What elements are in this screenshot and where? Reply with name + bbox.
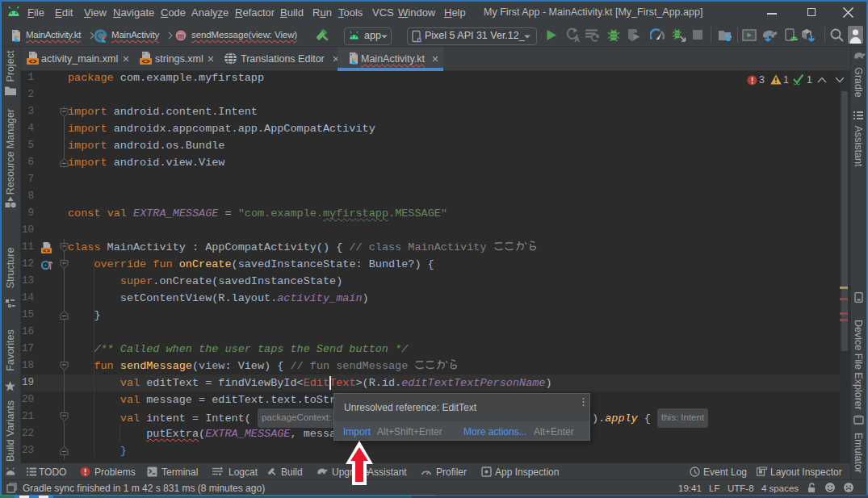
svg-text:A: A [574,36,580,43]
svg-text:<>: <> [141,58,149,65]
svg-text:<>: <> [28,58,36,65]
svg-text:<>: <> [43,248,51,254]
svg-text:m: m [178,32,184,40]
